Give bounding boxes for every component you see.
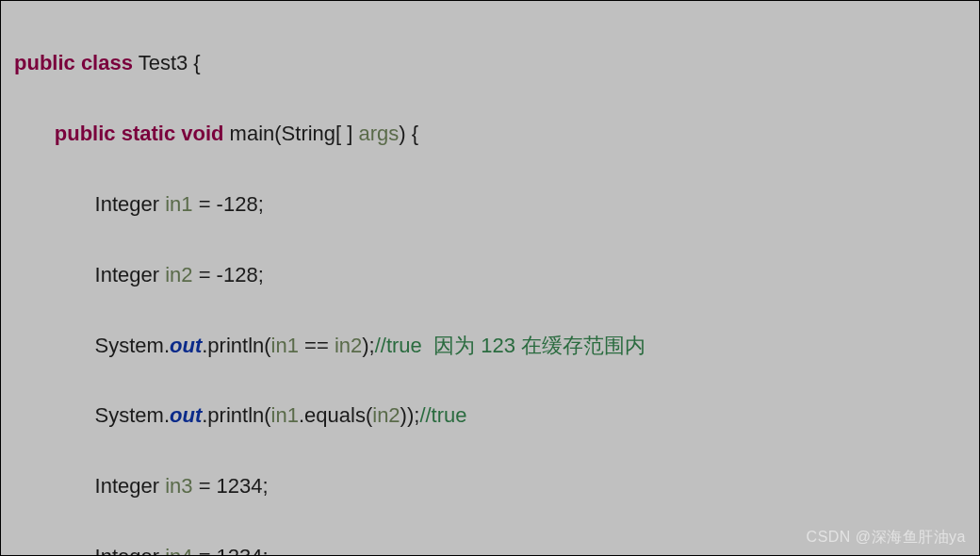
assign: = 1234; (193, 545, 269, 556)
code-line: System.out.println(in1.equals(in2));//tr… (14, 398, 966, 433)
keyword: public class (14, 51, 133, 74)
variable: in1 (271, 334, 299, 357)
indent (14, 545, 95, 556)
indent (14, 122, 55, 145)
sys: System. (95, 334, 170, 357)
call: .println( (202, 403, 270, 427)
param: args (359, 122, 400, 145)
type: Integer (95, 192, 166, 216)
assign: = -128; (193, 263, 264, 286)
variable: in2 (372, 403, 400, 427)
comment: //true 因为 123 在缓存范围内 (375, 334, 645, 357)
out-field: out (170, 403, 202, 427)
close: )); (400, 403, 420, 427)
code-line: System.out.println(in1 == in2);//true 因为… (14, 328, 966, 363)
close: ) { (399, 122, 418, 145)
comment: //true (419, 403, 466, 427)
code-block: public class Test3 { public static void … (14, 10, 966, 556)
out-field: out (170, 334, 202, 357)
assign: = -128; (193, 192, 264, 216)
type: Integer (95, 545, 166, 556)
op: == (299, 334, 335, 357)
indent (14, 263, 95, 286)
indent (14, 334, 95, 357)
keyword: public static void (55, 122, 224, 145)
watermark: CSDN @深海鱼肝油ya (807, 524, 966, 549)
class-name: Test3 { (133, 51, 201, 74)
indent (14, 403, 95, 427)
type: Integer (95, 474, 166, 498)
variable: in4 (165, 545, 192, 556)
indent (14, 474, 95, 498)
method-sig: main(String[ ] (224, 122, 359, 145)
call: .println( (202, 334, 270, 357)
close: ); (362, 334, 374, 357)
code-line: public static void main(String[ ] args) … (14, 116, 966, 151)
sys: System. (95, 403, 170, 427)
variable: in1 (165, 192, 192, 216)
variable: in2 (165, 263, 192, 286)
indent (14, 192, 95, 216)
code-line: Integer in2 = -128; (14, 257, 966, 292)
code-line: public class Test3 { (14, 45, 966, 80)
variable: in1 (271, 403, 299, 427)
variable: in3 (165, 474, 192, 498)
call: .equals( (299, 403, 372, 427)
code-line: Integer in3 = 1234; (14, 468, 966, 503)
variable: in2 (335, 334, 362, 357)
code-line: Integer in1 = -128; (14, 187, 966, 221)
assign: = 1234; (193, 474, 269, 498)
type: Integer (95, 263, 166, 286)
